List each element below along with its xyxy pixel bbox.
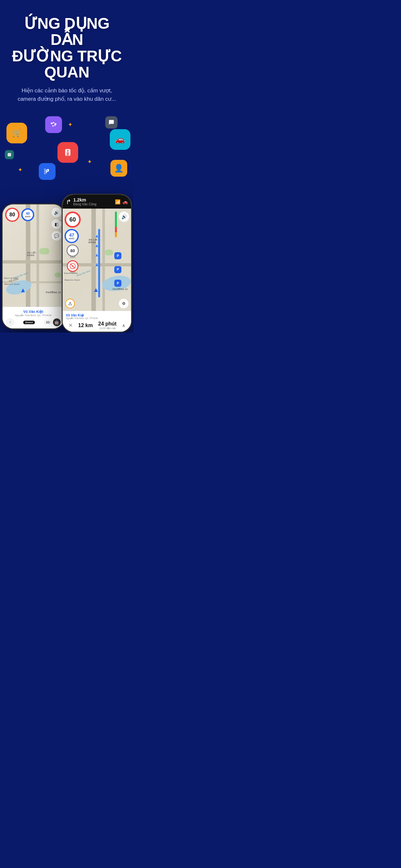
cart-icon: 🛒: [6, 123, 27, 144]
parking-icon: [39, 163, 56, 180]
sparkle-icon-1: ✦: [68, 121, 73, 128]
trip-info: ✕ 12 km 24 phút 10:05 đến nơi ∧: [66, 321, 128, 330]
layers-button[interactable]: ◧: [52, 219, 61, 229]
header-icons-right: 📶 🚗: [115, 199, 128, 205]
sparkle-icon-3: ✦: [87, 158, 92, 165]
route-chevron-2: ▲: [95, 243, 99, 248]
left-controls: 🔊 ◧ 💬: [52, 208, 61, 241]
trip-distance-stat: 12 km: [78, 322, 93, 329]
up-button[interactable]: ↑: [6, 318, 14, 327]
small-box-icon: [5, 150, 14, 159]
person-icon: 👤: [111, 160, 127, 177]
speed-limit-80: 80: [5, 208, 19, 222]
hero-title: ỨNG DỤNG DẪN ĐƯỜNG TRỰC QUAN: [6, 16, 127, 81]
svg-rect-7: [8, 153, 11, 157]
svg-rect-5: [67, 154, 69, 154]
green-area-2: [55, 273, 61, 277]
speed-gray-dist: 100m: [70, 256, 75, 258]
page-wrapper: ỨNG DỤNG DẪN ĐƯỜNG TRỰC QUAN Hiện các cả…: [0, 0, 134, 333]
parking-badge-3: P: [114, 280, 121, 287]
map-screen-left: AN LỢIĐÔNG TỐ HỮU PHƯỜNG 13 Majestic Hot…: [3, 205, 64, 329]
dashcam-icon: 🚗: [122, 199, 128, 205]
sound-button-right[interactable]: 🔊: [119, 212, 129, 222]
car-icon: 🚗: [110, 129, 130, 150]
speed-current-40: 40 km/h: [21, 208, 34, 221]
left-bottom-bar: Võ Văn Kiệt Nguyễn Thái Bình, Q1, TP.HCM…: [3, 307, 64, 329]
phone-left: AN LỢIĐÔNG TỐ HỮU PHƯỜNG 13 Majestic Hot…: [2, 204, 65, 330]
nav-street: Đồng Văn Công: [73, 203, 96, 206]
speed-col-right: 60 47 km/h 80 100m: [65, 212, 81, 274]
camera-icon: [58, 142, 78, 163]
map-label-majestic: Majestic Hotel: [4, 283, 20, 285]
sound-button-left[interactable]: 🔊: [52, 208, 61, 217]
trip-duration-value: 24 phút: [98, 321, 117, 327]
route-chevron-4: ▲: [95, 262, 99, 267]
info-button[interactable]: 💬: [52, 231, 61, 241]
hero-section: ỨNG DỤNG DẪN ĐƯỜNG TRỰC QUAN Hiện các cả…: [0, 0, 134, 113]
trip-eta: 10:05 đến nơi: [98, 327, 117, 330]
green-area-1: [39, 248, 49, 254]
svg-rect-8: [44, 168, 46, 175]
traffic-bar: [115, 212, 117, 237]
nav-info: 1.2km Đồng Văn Công: [73, 197, 96, 206]
speed-current-47: 47 km/h: [65, 229, 79, 243]
district-badge: District: [23, 321, 35, 324]
map-label-majestic-r: Majestic Hotel: [65, 279, 80, 281]
route-icon: [45, 116, 62, 133]
nav-distance: 1.2km: [73, 197, 96, 203]
trip-duration-stat: 24 phút 10:05 đến nơi: [98, 321, 117, 330]
nav-direction: ↱ 1.2km Đồng Văn Công: [66, 197, 96, 206]
camera-warning: [67, 260, 79, 272]
right-bottom-bar: Võ Văn Kiệt Nguyễn Thái Bình, Q1, TP.HCM…: [63, 311, 131, 332]
route-chevron-3: ▲: [95, 252, 99, 257]
bot-button[interactable]: 🤖: [53, 318, 61, 326]
badge-2d: 2D: [44, 320, 52, 324]
expand-button[interactable]: ∧: [122, 323, 125, 328]
bottom-actions-left: ↑ District 2D 🤖: [6, 318, 61, 327]
hero-subtitle: Hiện các cảnh báo tốc độ, cấm vượt, came…: [12, 87, 122, 104]
wifi-icon: 📶: [115, 199, 120, 205]
map-screen-right: AN LỢIĐÔNG PHƯỜNG 13 Majestic Hotel Oper…: [63, 195, 131, 332]
street-sub-left: Nguyễn Thái Bình, Q1, TP.HCM: [6, 314, 61, 317]
floating-icons-area: ✦ ✦ ✦ ✦ 🛒 🚗: [0, 113, 134, 190]
svg-point-3: [67, 150, 69, 152]
close-button[interactable]: ✕: [68, 322, 73, 329]
destination-info: Võ Văn Kiệt Nguyễn Thái Bình, Q1, TP.HCM: [66, 314, 98, 320]
sparkle-icon-4: ✦: [18, 166, 23, 174]
route-chevron-1: ▲: [95, 233, 99, 238]
svg-rect-4: [67, 152, 69, 153]
speed-bar-left: 80 40 km/h: [5, 208, 34, 222]
location-arrow-right: ▲: [93, 286, 99, 293]
parking-badge-2: P: [114, 266, 121, 273]
nav-header: ↱ 1.2km Đồng Văn Công 📶 🚗: [63, 195, 131, 209]
right-controls: 🔊: [119, 212, 129, 222]
green-area-r1: [105, 250, 113, 255]
svg-rect-6: [67, 155, 69, 155]
dest-name: Võ Văn Kiệt: [66, 314, 98, 317]
phone-right: AN LỢIĐÔNG PHƯỜNG 13 Majestic Hotel Oper…: [62, 194, 132, 333]
street-name-left: Võ Văn Kiệt: [6, 310, 61, 314]
phones-section: AN LỢIĐÔNG TỐ HỮU PHƯỜNG 13 Majestic Hot…: [0, 194, 134, 333]
right-bottom-top: Võ Văn Kiệt Nguyễn Thái Bình, Q1, TP.HCM: [66, 314, 128, 320]
message-icon: [105, 116, 118, 128]
turn-right-icon: ↱: [66, 198, 71, 206]
location-arrow-left: ▲: [20, 286, 26, 294]
dest-sub: Nguyễn Thái Bình, Q1, TP.HCM: [66, 317, 98, 320]
map-label-phuong-r: PHƯỜNG 13: [113, 288, 127, 290]
map-label-an-loi: AN LỢIĐÔNG: [27, 252, 36, 256]
speed-limit-60: 60: [65, 212, 81, 228]
camera-dist: 400m: [70, 271, 75, 274]
map-label-phuong: PHƯỜNG 13: [46, 291, 61, 294]
speed-limit-80-gray: 80: [66, 244, 79, 257]
parking-badge-1: P: [114, 252, 121, 259]
road-horizontal-1: [3, 260, 64, 264]
trip-distance-value: 12 km: [78, 322, 93, 329]
